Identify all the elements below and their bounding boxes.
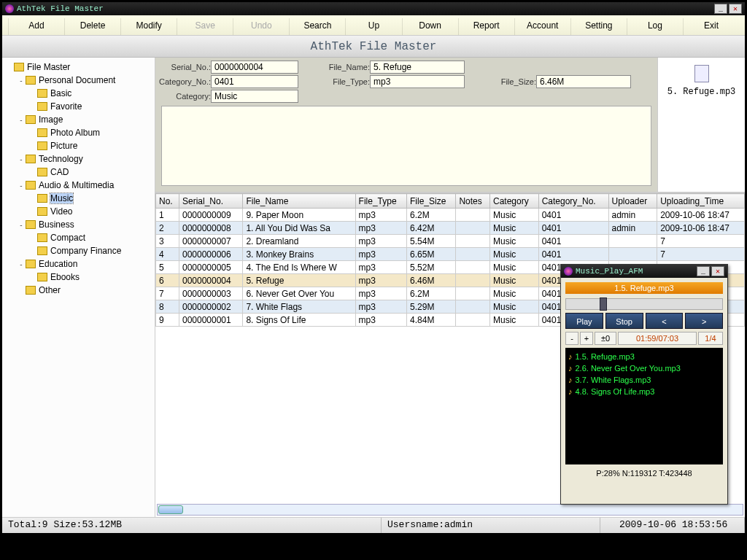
label-serial: Serial_No.: xyxy=(158,63,211,71)
tree-item-personal-document[interactable]: -Personal Document xyxy=(5,74,152,87)
player-title: Music_Play_AFM xyxy=(576,267,695,276)
player-close-button[interactable]: ✕ xyxy=(711,266,724,276)
table-row[interactable]: 200000000081. All You Did Was Samp36.42M… xyxy=(156,222,745,235)
tree-item-favorite[interactable]: Favorite xyxy=(5,100,152,113)
preview-pane: 5. Refuge.mp3 xyxy=(657,58,745,192)
player-seek-slider[interactable] xyxy=(565,298,723,310)
tree-item-basic[interactable]: Basic xyxy=(5,87,152,100)
tree-item-ebooks[interactable]: Ebooks xyxy=(5,271,152,284)
sidebar: File Master-Personal DocumentBasicFavori… xyxy=(2,58,155,517)
playlist-item[interactable]: 3.7. White Flags.mp3 xyxy=(568,374,720,386)
tree-item-photo-album[interactable]: Photo Album xyxy=(5,126,152,139)
status-user: Usersname:admin xyxy=(382,518,600,533)
col-serial-no-[interactable]: Serial_No. xyxy=(179,194,242,209)
toolbar-add-button[interactable]: Add xyxy=(8,18,64,35)
field-serial[interactable]: 0000000004 xyxy=(211,61,298,74)
toolbar-log-button[interactable]: Log xyxy=(627,18,683,35)
col-file-name[interactable]: File_Name xyxy=(243,194,355,209)
vol-reset-button[interactable]: ±0 xyxy=(595,332,616,345)
folder-tree: File Master-Personal DocumentBasicFavori… xyxy=(5,61,152,297)
play-button[interactable]: Play xyxy=(565,313,603,329)
player-titlebar: Music_Play_AFM _ ✕ xyxy=(561,265,727,278)
player-track-name: 1.5. Refuge.mp3 xyxy=(565,282,723,294)
toolbar-account-button[interactable]: Account xyxy=(514,18,570,35)
tree-item-compact[interactable]: Compact xyxy=(5,231,152,244)
playlist-item[interactable]: 2.6. Never Get Over You.mp3 xyxy=(568,362,720,374)
tree-item-image[interactable]: -Image xyxy=(5,113,152,126)
toolbar-report-button[interactable]: Report xyxy=(458,18,514,35)
horizontal-scrollbar[interactable] xyxy=(157,504,743,516)
col-file-size[interactable]: File_Size xyxy=(407,194,456,209)
col-notes[interactable]: Notes xyxy=(456,194,490,209)
col-uploader[interactable]: Uploader xyxy=(608,194,657,209)
toolbar-delete-button[interactable]: Delete xyxy=(64,18,120,35)
label-category: Category: xyxy=(158,92,211,101)
label-filename: File_Name: xyxy=(317,63,370,71)
status-time: 2009-10-06 18:53:56 xyxy=(614,518,745,533)
toolbar-search-button[interactable]: Search xyxy=(289,18,345,35)
player-stats: P:28% N:119312 T:423448 xyxy=(561,467,727,479)
tree-item-other[interactable]: Other xyxy=(5,284,152,297)
player-playlist: 1.5. Refuge.mp32.6. Never Get Over You.m… xyxy=(565,348,723,464)
preview-filename: 5. Refuge.mp3 xyxy=(658,87,745,97)
close-button[interactable]: ✕ xyxy=(729,4,742,14)
header-band: AthTek File Master xyxy=(2,36,745,58)
table-row[interactable]: 400000000063. Monkey Brainsmp36.65MMusic… xyxy=(156,248,745,261)
playlist-item[interactable]: 4.8. Signs Of Life.mp3 xyxy=(568,386,720,397)
tree-item-file-master[interactable]: File Master xyxy=(5,61,152,74)
toolbar-setting-button[interactable]: Setting xyxy=(570,18,627,35)
file-icon xyxy=(694,65,709,82)
field-filetype[interactable]: mp3 xyxy=(370,75,465,88)
playlist-item[interactable]: 1.5. Refuge.mp3 xyxy=(568,351,720,362)
stop-button[interactable]: Stop xyxy=(605,313,643,329)
label-filetype: File_Type: xyxy=(317,77,370,86)
status-bar: Total:9 Size:53.12MB Usersname:admin 200… xyxy=(2,517,745,533)
label-filesize: File_Size: xyxy=(484,77,536,86)
toolbar-undo-button: Undo xyxy=(233,18,289,35)
vol-up-button[interactable]: + xyxy=(580,332,593,345)
minimize-button[interactable]: _ xyxy=(714,4,727,14)
field-category[interactable]: Music xyxy=(211,90,298,103)
toolbar: AddDeleteModifySaveUndoSearchUpDownRepor… xyxy=(2,15,745,36)
toolbar-down-button[interactable]: Down xyxy=(402,18,458,35)
scrollbar-thumb[interactable] xyxy=(158,505,183,514)
titlebar: AthTek File Master _ ✕ xyxy=(2,2,745,15)
music-player-window: Music_Play_AFM _ ✕ 1.5. Refuge.mp3 Play … xyxy=(560,264,728,505)
toolbar-up-button[interactable]: Up xyxy=(345,18,401,35)
tree-item-technology[interactable]: -Technology xyxy=(5,152,152,166)
tree-item-video[interactable]: Video xyxy=(5,205,152,218)
tree-item-cad[interactable]: CAD xyxy=(5,166,152,179)
notes-area[interactable] xyxy=(161,106,651,186)
col-uploading-time[interactable]: Uploading_Time xyxy=(657,194,745,209)
col-no-[interactable]: No. xyxy=(156,194,179,209)
app-icon xyxy=(5,4,14,13)
tree-item-company-finance[interactable]: Company Finance xyxy=(5,244,152,257)
details-form: Serial_No.:0000000004 File_Name:5. Refug… xyxy=(155,58,657,192)
tree-item-picture[interactable]: Picture xyxy=(5,139,152,152)
toolbar-modify-button[interactable]: Modify xyxy=(120,18,177,35)
toolbar-exit-button[interactable]: Exit xyxy=(683,18,739,35)
tree-item-business[interactable]: -Business xyxy=(5,218,152,231)
next-button[interactable]: > xyxy=(685,313,723,329)
table-row[interactable]: 300000000072. Dreamlandmp35.54MMusic0401… xyxy=(156,235,745,248)
player-index: 1/4 xyxy=(698,332,723,345)
status-total: Total:9 Size:53.12MB xyxy=(2,518,382,533)
table-row[interactable]: 100000000099. Paper Moonmp36.2MMusic0401… xyxy=(156,209,745,222)
tree-item-music[interactable]: Music xyxy=(5,192,152,205)
player-time: 01:59/07:03 xyxy=(618,332,697,345)
tree-item-audio-multimedia[interactable]: -Audio & Multimedia xyxy=(5,179,152,192)
col-category-no-[interactable]: Category_No. xyxy=(538,194,608,209)
vol-down-button[interactable]: - xyxy=(565,332,578,345)
app-title: AthTek File Master xyxy=(17,4,713,13)
label-catno: Category_No.: xyxy=(158,77,211,86)
player-minimize-button[interactable]: _ xyxy=(697,266,710,276)
prev-button[interactable]: < xyxy=(646,313,684,329)
col-file-type[interactable]: File_Type xyxy=(355,194,406,209)
field-filename[interactable]: 5. Refuge xyxy=(370,61,465,74)
col-category[interactable]: Category xyxy=(490,194,539,209)
player-icon xyxy=(564,267,573,276)
tree-item-education[interactable]: -Education xyxy=(5,257,152,271)
field-catno[interactable]: 0401 xyxy=(211,75,298,88)
seek-knob[interactable] xyxy=(600,298,607,311)
field-filesize[interactable]: 6.46M xyxy=(536,75,631,88)
